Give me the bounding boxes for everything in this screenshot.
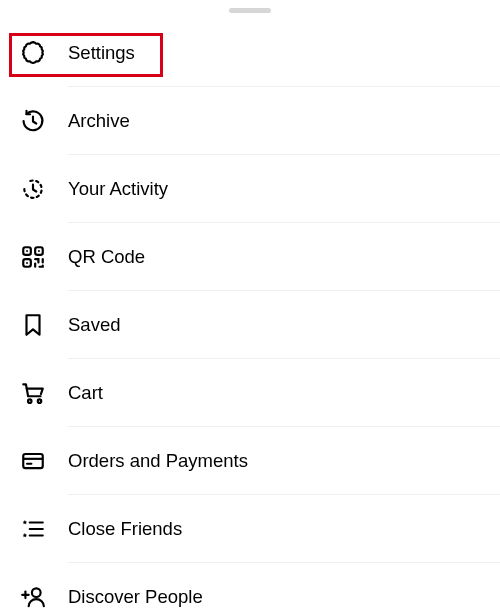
menu-item-label: Cart: [68, 382, 103, 404]
drag-handle[interactable]: [229, 8, 271, 13]
cart-icon: [20, 380, 68, 406]
menu-item-label: Orders and Payments: [68, 450, 248, 472]
menu-item-qr-code[interactable]: QR Code: [0, 223, 500, 290]
menu-item-label: QR Code: [68, 246, 145, 268]
menu-item-discover-people[interactable]: Discover People: [0, 563, 500, 615]
menu-item-label: Archive: [68, 110, 130, 132]
menu-item-close-friends[interactable]: Close Friends: [0, 495, 500, 562]
svg-point-14: [32, 588, 41, 597]
action-sheet: Settings Archive Your Activity: [0, 0, 500, 615]
menu-item-saved[interactable]: Saved: [0, 291, 500, 358]
menu-item-cart[interactable]: Cart: [0, 359, 500, 426]
svg-point-6: [28, 399, 31, 402]
menu-item-label: Settings: [68, 42, 135, 64]
menu-item-label: Discover People: [68, 586, 203, 608]
discover-people-icon: [20, 584, 68, 610]
menu-item-label: Your Activity: [68, 178, 168, 200]
menu-list: Settings Archive Your Activity: [0, 19, 500, 615]
close-friends-icon: [20, 516, 68, 542]
qrcode-icon: [20, 244, 68, 270]
archive-icon: [20, 108, 68, 134]
svg-point-4: [38, 250, 40, 252]
card-icon: [20, 448, 68, 474]
bookmark-icon: [20, 312, 68, 338]
menu-item-orders-payments[interactable]: Orders and Payments: [0, 427, 500, 494]
svg-rect-8: [23, 453, 43, 467]
menu-item-label: Saved: [68, 314, 120, 336]
menu-item-label: Close Friends: [68, 518, 182, 540]
gear-icon: [20, 40, 68, 66]
svg-point-5: [26, 261, 28, 263]
activity-icon: [20, 176, 68, 202]
svg-point-3: [26, 250, 28, 252]
menu-item-archive[interactable]: Archive: [0, 87, 500, 154]
menu-item-your-activity[interactable]: Your Activity: [0, 155, 500, 222]
menu-item-settings[interactable]: Settings: [0, 19, 500, 86]
svg-point-7: [38, 399, 41, 402]
